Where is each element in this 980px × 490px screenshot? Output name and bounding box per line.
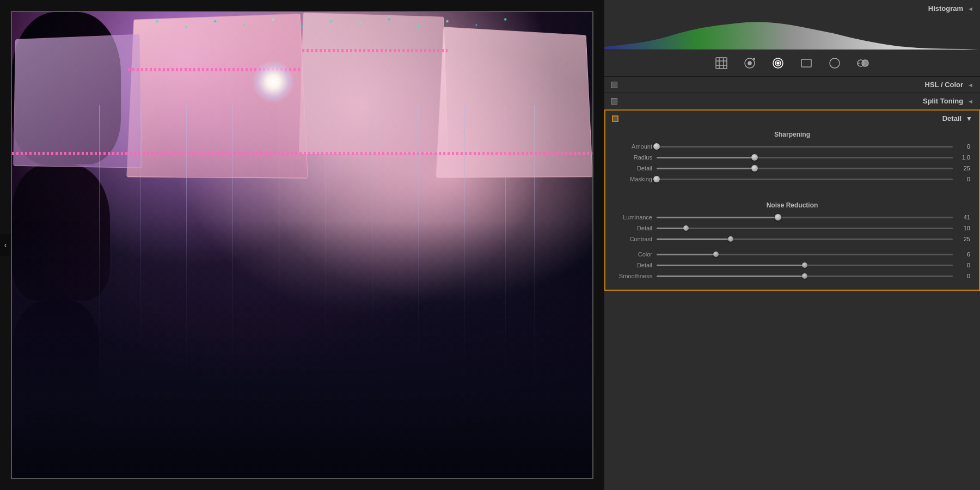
- svg-point-9: [777, 62, 779, 64]
- hsl-color-title: HSL / Color: [925, 81, 964, 89]
- sharpening-radius-row: Radius 1.0: [614, 154, 970, 161]
- histogram-collapse-arrow: ◄: [967, 5, 973, 12]
- histogram-header[interactable]: Histogram ◄: [604, 0, 980, 17]
- svg-point-11: [830, 58, 840, 68]
- sharpening-amount-row: Amount 0: [614, 143, 970, 150]
- contrast-row: Contrast 25: [614, 235, 970, 243]
- ceiling-lights: [12, 12, 592, 198]
- circle-arrow-tool[interactable]: [741, 54, 758, 72]
- smoothness-label: Smoothness: [614, 273, 652, 279]
- radius-label: Radius: [614, 154, 652, 161]
- sharpening-title: Sharpening: [614, 131, 970, 138]
- split-toning-arrow: ◄: [967, 98, 973, 105]
- image-panel: ‹: [0, 0, 604, 490]
- detail-checkbox[interactable]: [612, 115, 618, 122]
- nr-detail-slider[interactable]: [657, 224, 953, 232]
- color-detail-label: Detail: [614, 262, 652, 268]
- luminance-label: Luminance: [614, 214, 652, 220]
- masking-slider[interactable]: [657, 175, 953, 183]
- split-toning-checkbox[interactable]: [611, 98, 617, 105]
- sharpening-container: Sharpening Amount 0 Radius: [605, 126, 979, 193]
- amount-value: 0: [957, 143, 970, 150]
- color-value: 6: [957, 251, 970, 258]
- color-detail-row: Detail 0: [614, 261, 970, 269]
- luminance-row: Luminance 41: [614, 213, 970, 221]
- color-slider[interactable]: [657, 250, 953, 258]
- nr-detail-value: 10: [957, 225, 970, 231]
- hsl-color-checkbox[interactable]: [611, 82, 617, 88]
- svg-rect-10: [801, 59, 811, 67]
- contrast-slider[interactable]: [657, 235, 953, 243]
- sharpening-detail-label: Detail: [614, 165, 652, 171]
- color-row: Color 6: [614, 250, 970, 258]
- histogram-chart: [604, 17, 980, 50]
- split-toning-section: Split Toning ◄: [604, 93, 980, 109]
- detail-section: Detail ▼ Sharpening Amount 0 Radius: [604, 109, 980, 291]
- smoothness-slider[interactable]: [657, 272, 953, 280]
- rectangle-tool[interactable]: [798, 54, 815, 72]
- gradient-tool[interactable]: [854, 54, 872, 72]
- photo-canvas: [12, 12, 592, 478]
- histogram-svg: [604, 17, 980, 50]
- amount-slider[interactable]: [657, 143, 953, 150]
- noise-reduction-container: Noise Reduction Luminance 41 Detail: [605, 197, 979, 290]
- svg-point-6: [748, 62, 751, 65]
- detail-header[interactable]: Detail ▼: [605, 111, 979, 126]
- split-toning-title: Split Toning: [923, 97, 963, 105]
- split-toning-header[interactable]: Split Toning ◄: [604, 93, 980, 109]
- amount-label: Amount: [614, 143, 652, 150]
- bead-row-3: [12, 152, 592, 155]
- photo-frame: [11, 11, 593, 479]
- svg-rect-0: [716, 58, 727, 69]
- center-light: [252, 60, 295, 103]
- radius-slider[interactable]: [657, 154, 953, 161]
- detail-expand-arrow: ▼: [966, 115, 972, 122]
- sharpening-detail-slider[interactable]: [657, 164, 953, 172]
- color-detail-value: 0: [957, 262, 970, 268]
- contrast-label: Contrast: [614, 236, 652, 242]
- noise-reduction-title: Noise Reduction: [614, 201, 970, 209]
- color-label: Color: [614, 251, 652, 258]
- tool-icons-row: [604, 50, 980, 77]
- hsl-color-section: HSL / Color ◄: [604, 77, 980, 93]
- histogram-title: Histogram: [928, 4, 963, 13]
- luminance-slider[interactable]: [657, 213, 953, 221]
- nr-detail-row: Detail 10: [614, 224, 970, 232]
- figure-area: [12, 222, 592, 478]
- radius-value: 1.0: [957, 154, 970, 161]
- hsl-color-arrow: ◄: [967, 82, 973, 88]
- smoothness-value: 0: [957, 273, 970, 279]
- masking-row: Masking 0: [614, 175, 970, 183]
- sharpening-detail-row: Detail 25: [614, 164, 970, 172]
- color-detail-slider[interactable]: [657, 261, 953, 269]
- luminance-value: 41: [957, 214, 970, 220]
- masking-label: Masking: [614, 176, 652, 182]
- right-panel: Histogram ◄: [604, 0, 980, 490]
- nr-detail-label: Detail: [614, 225, 652, 231]
- sharpening-detail-value: 25: [957, 165, 970, 171]
- crop-grid-tool[interactable]: [713, 54, 730, 72]
- smoothness-row: Smoothness 0: [614, 272, 970, 280]
- left-arrow-button[interactable]: ‹: [0, 234, 11, 256]
- contrast-value: 25: [957, 236, 970, 242]
- target-tool[interactable]: [769, 54, 787, 72]
- circle-tool[interactable]: [826, 54, 843, 72]
- bead-row-2: [302, 49, 448, 52]
- histogram-section: Histogram ◄: [604, 0, 980, 50]
- hsl-color-header[interactable]: HSL / Color ◄: [604, 77, 980, 93]
- detail-title: Detail: [942, 114, 961, 122]
- masking-value: 0: [957, 176, 970, 182]
